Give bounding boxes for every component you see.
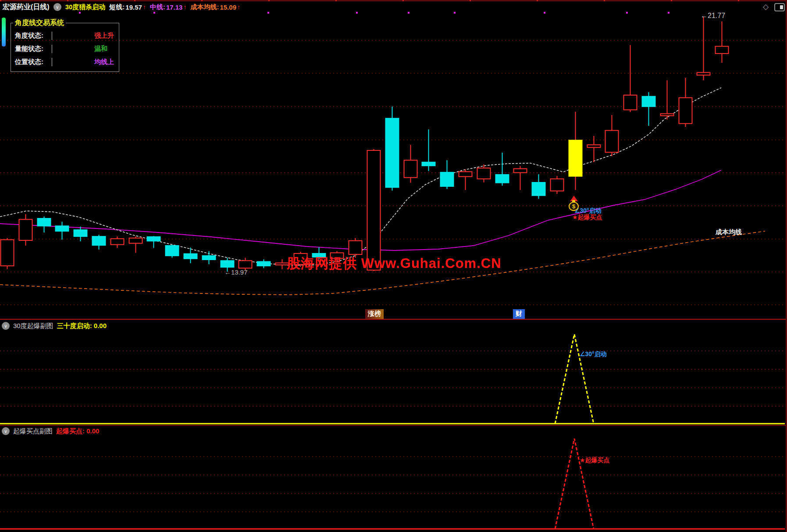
- window-layout-icon-inner: [780, 5, 783, 9]
- title-bar: 宏源药业(日线) ∨ 30度猎杀启动 短线: 19.57 ↑ 中线: 17.13…: [3, 2, 240, 12]
- tab-cai[interactable]: 财: [513, 309, 525, 319]
- legend-divider: [52, 58, 52, 66]
- app-window: 宏源药业(日线) ∨ 30度猎杀启动 短线: 19.57 ↑ 中线: 17.13…: [0, 0, 787, 532]
- mid-line-readout: 中线: 17.13 ↑: [150, 3, 187, 11]
- legend-value: 强上升: [94, 32, 114, 40]
- magenta-dot: [544, 12, 545, 14]
- tab-zhangbang[interactable]: 涨榜: [365, 309, 384, 319]
- legend-label: 角度状态:: [15, 32, 43, 40]
- panel2-name: 起爆买点副图: [13, 427, 53, 436]
- chevron-down-icon[interactable]: ∨: [53, 3, 61, 11]
- window-top-border: [0, 0, 787, 1]
- legend-title: 角度线交易系统: [13, 18, 66, 28]
- panel2-value: 起爆买点: 0.00: [56, 427, 99, 436]
- chevron-down-icon[interactable]: ∨: [2, 427, 10, 435]
- panel1-signal-label: ∠30°启动: [580, 350, 607, 358]
- stock-title: 宏源药业(日线): [3, 3, 50, 12]
- up-arrow-icon: ↑: [237, 4, 240, 11]
- watermark: 股海网提供 Www.Guhai.Com.CN: [287, 254, 501, 273]
- window-layout-icon[interactable]: [774, 3, 785, 11]
- indicator-name: 30度猎杀启动: [65, 3, 106, 11]
- legend-row-angle: 角度状态: 强上升: [15, 32, 116, 40]
- legend-value: 温和: [94, 45, 107, 53]
- legend-label: 量能状态:: [15, 45, 43, 53]
- short-line-readout: 短线: 19.57 ↑: [109, 3, 146, 11]
- magenta-dot: [79, 12, 81, 14]
- panel2-header: ∨ 起爆买点副图 起爆买点: 0.00: [2, 426, 99, 436]
- up-arrow-icon: ↑: [143, 4, 146, 11]
- up-arrow-icon: ↑: [183, 4, 186, 11]
- magenta-dot: [626, 12, 628, 14]
- magenta-dot: [267, 12, 269, 14]
- legend-divider: [52, 45, 52, 53]
- panel2-signal-label: ★起爆买点: [580, 457, 610, 464]
- legend-value: 均线上: [94, 58, 114, 66]
- magenta-dot: [153, 12, 155, 14]
- magenta-dot: [454, 12, 456, 14]
- legend-row-position: 位置状态: 均线上: [15, 58, 116, 67]
- magenta-dot: [668, 12, 669, 14]
- diamond-icon[interactable]: ◇: [763, 2, 769, 11]
- panel1-name: 30度起爆副图: [13, 322, 53, 330]
- cost-line-label: 成本均线: [716, 228, 742, 236]
- main-signal-buy-label: ★起爆买点: [572, 214, 602, 221]
- money-bag-icon: $: [569, 202, 579, 211]
- chevron-down-icon[interactable]: ∨: [2, 322, 10, 330]
- legend-row-volume: 量能状态: 温和: [15, 45, 116, 54]
- legend-divider: [52, 32, 52, 40]
- gradient-scale-bar: [2, 18, 6, 46]
- cost-line-readout: 成本均线: 15.09 ↑: [190, 3, 240, 11]
- legend-label: 位置状态:: [15, 58, 43, 66]
- panel1-value: 三十度启动: 0.00: [57, 322, 107, 330]
- magenta-dot: [408, 12, 410, 14]
- low-price-marker: ←13.97: [224, 268, 248, 276]
- high-price-marker: ←21.77: [701, 12, 725, 20]
- panel1-header: ∨ 30度起爆副图 三十度启动: 0.00: [2, 321, 107, 331]
- magenta-dot: [356, 12, 358, 14]
